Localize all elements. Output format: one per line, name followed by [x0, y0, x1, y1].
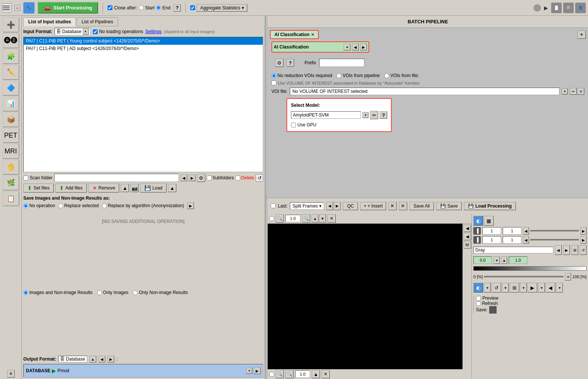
- sidebar-icon-layers[interactable]: 📋: [3, 191, 19, 206]
- end-radio[interactable]: [156, 5, 161, 10]
- replace-selected-radio[interactable]: [58, 203, 63, 208]
- side-btn-3[interactable]: M: [464, 241, 471, 249]
- colormap-left-1[interactable]: ◀: [523, 227, 529, 235]
- sidebar-icon-pencil[interactable]: ✏️: [3, 65, 19, 80]
- pmod-dropdown-button[interactable]: ▾: [246, 368, 252, 374]
- database-dropdown[interactable]: ▾: [83, 29, 89, 35]
- use-volume-checkbox[interactable]: [271, 80, 276, 85]
- snapshot-button[interactable]: 📷: [130, 184, 139, 192]
- colormap-toggle-2[interactable]: ▦: [484, 216, 494, 226]
- voi-dropdown-button[interactable]: ▾: [562, 88, 568, 94]
- images-non-image-radio[interactable]: [23, 290, 28, 295]
- img-magnify-button[interactable]: 🔍: [276, 370, 284, 378]
- add-pipeline-button[interactable]: +: [577, 30, 586, 39]
- study-item-2[interactable]: PAI7 | C11-PiB PET | AD subject <1426/20…: [24, 45, 263, 52]
- zoom-input[interactable]: [285, 215, 300, 222]
- block-right-button[interactable]: ▶: [360, 44, 367, 50]
- tab-pipelines[interactable]: List of Pipelines: [77, 17, 118, 26]
- forward-button[interactable]: ▶: [544, 5, 548, 11]
- gray-right-button[interactable]: ▶: [563, 245, 570, 255]
- gray-expand-button[interactable]: ⊞: [571, 245, 578, 255]
- sidebar-icon-green-dot[interactable]: 🌿: [3, 175, 19, 190]
- settings-link[interactable]: Settings: [145, 29, 161, 34]
- input-format-select[interactable]: 🗄 Database ▾: [55, 28, 90, 35]
- subfolders-checkbox[interactable]: [207, 176, 212, 180]
- scan-folder-checkbox[interactable]: [23, 176, 28, 180]
- side-btn-2[interactable]: ◀: [464, 233, 471, 240]
- minimize-button[interactable]: ─: [14, 5, 20, 11]
- colormap-left-2[interactable]: ◀: [523, 236, 529, 244]
- start-processing-button[interactable]: 🚗 Start Processing: [38, 2, 98, 14]
- images-non-image-option[interactable]: Images and Non-image Results: [23, 290, 92, 295]
- color-arrow-5[interactable]: ▾: [556, 283, 563, 293]
- min-decrement[interactable]: ▾: [494, 256, 500, 264]
- color-arrow-3[interactable]: ▾: [520, 283, 527, 293]
- save-options-button[interactable]: ▶: [187, 202, 194, 209]
- voi-select[interactable]: No VOLUME OF INTEREST selected: [290, 88, 559, 95]
- prefix-input[interactable]: [319, 59, 364, 67]
- gray-left-button[interactable]: ◀: [555, 245, 562, 255]
- load-button[interactable]: 💾 Load: [140, 183, 167, 193]
- no-reduction-radio[interactable]: [271, 73, 276, 78]
- output-up-button[interactable]: ▲: [89, 356, 96, 362]
- block-down-button[interactable]: ▾: [344, 44, 350, 50]
- colormap-right-2[interactable]: ▶: [580, 236, 586, 244]
- viewer-up-button[interactable]: ▲: [312, 214, 318, 223]
- scan-next-button[interactable]: ▶: [189, 174, 195, 181]
- remove-button[interactable]: ✕ Remove: [88, 183, 120, 193]
- no-reduction-option[interactable]: No reduction VOIs required: [271, 73, 332, 78]
- min-increment[interactable]: ▲: [501, 256, 507, 264]
- only-non-image-option[interactable]: Only Non-image Results: [133, 290, 188, 295]
- aggregate-statistics-button[interactable]: Aggregate Statistics ▾: [197, 4, 247, 12]
- sidebar-icon-pet[interactable]: PET: [3, 128, 19, 143]
- sidebar-icon-ab[interactable]: 🅐🅑: [3, 33, 19, 48]
- only-images-option[interactable]: Only Images: [97, 290, 128, 295]
- colormap-range-slider[interactable]: [484, 276, 564, 277]
- preview-checkbox[interactable]: [476, 296, 481, 301]
- viewer-close-button[interactable]: ✕: [327, 214, 336, 223]
- start-radio[interactable]: [139, 5, 144, 10]
- ai-classification-tab[interactable]: AI Classification ✕: [270, 30, 319, 39]
- set-files-button[interactable]: ⬆ Set files: [23, 183, 54, 193]
- no-operation-option[interactable]: No operation: [23, 203, 55, 208]
- zoom-in-button[interactable]: 🔍: [302, 214, 310, 223]
- model-edit-button[interactable]: ✏: [370, 111, 378, 119]
- sidebar-icon-mri[interactable]: MRI: [3, 144, 19, 159]
- refresh-button[interactable]: ↺: [256, 174, 263, 182]
- study-item-1[interactable]: PAI7 | C11-PiB PET | Young control subje…: [24, 37, 263, 45]
- output-format-select[interactable]: 🗄 Database: [58, 356, 87, 362]
- scan-folder-input[interactable]: [54, 174, 179, 182]
- only-non-image-radio[interactable]: [133, 290, 138, 295]
- scan-action-button[interactable]: ⚙: [197, 174, 205, 182]
- options-help-button[interactable]: ?: [286, 59, 294, 67]
- gray-reset-button[interactable]: ↺: [580, 245, 586, 255]
- voi-edit-button[interactable]: ✏: [570, 88, 577, 95]
- insert-button[interactable]: + + Insert: [360, 202, 386, 210]
- next-frame-button[interactable]: ▶: [334, 202, 341, 210]
- img-up-button[interactable]: ▲: [312, 370, 320, 378]
- menu-button[interactable]: [2, 3, 11, 12]
- up-arrow-button[interactable]: ▲: [121, 184, 129, 192]
- close-x-button-2[interactable]: ✕: [399, 202, 407, 210]
- zoom-out-button[interactable]: 🔍: [276, 214, 284, 223]
- add-files-button[interactable]: ⬆ Add files: [55, 183, 87, 193]
- save-all-button[interactable]: Save All: [409, 202, 434, 210]
- vois-file-radio[interactable]: [384, 73, 389, 78]
- qc-button[interactable]: QC: [343, 202, 358, 210]
- split-frames-select[interactable]: Split Frames ▾: [290, 202, 324, 210]
- model-select-display[interactable]: AmyloidPET-SVM: [291, 111, 361, 119]
- vois-file-option[interactable]: VOIs from file:: [384, 73, 419, 78]
- save-button[interactable]: 💾 Save: [436, 202, 462, 210]
- colormap-slider-2[interactable]: [530, 239, 579, 241]
- voi-clear-button[interactable]: ✕: [577, 88, 584, 95]
- model-help-button[interactable]: ?: [380, 111, 387, 119]
- scan-prev-button[interactable]: ◀: [180, 174, 187, 181]
- sidebar-icon-cube[interactable]: 📦: [3, 112, 19, 127]
- img-x-button[interactable]: ✕: [321, 370, 330, 378]
- sidebar-icon-chart[interactable]: 📊: [3, 96, 19, 111]
- output-next-button[interactable]: ▶: [108, 356, 114, 362]
- replace-selected-option[interactable]: Replace selected: [58, 203, 99, 208]
- color-btn-1[interactable]: ◐: [473, 283, 483, 293]
- sidebar-icon-shapes[interactable]: 🔷: [3, 80, 19, 96]
- no-loading-checkbox[interactable]: [93, 29, 98, 34]
